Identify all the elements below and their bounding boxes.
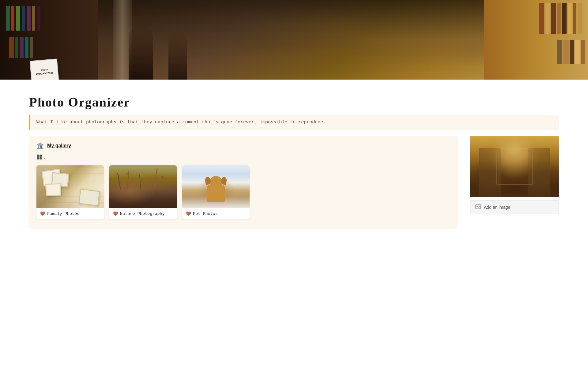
gallery-header: 🏛️ My gallery (36, 142, 450, 149)
family-photos-text: Family Photos (47, 212, 79, 216)
sidebar-image-section: Add an image (470, 136, 559, 214)
svg-rect-3 (40, 157, 42, 159)
header-banner: Photo ORGANIZER 🌿 (0, 0, 588, 80)
page-title: Photo Organizer (29, 95, 559, 110)
family-photos-bg (36, 165, 104, 208)
logo-book: Photo ORGANIZER (30, 58, 59, 80)
pet-photos-image (182, 165, 250, 208)
image-placeholder-icon (475, 204, 481, 210)
gallery-card-pets[interactable]: 🤎 Pet Photos (182, 165, 250, 219)
content-row: 🏛️ My gallery . (0, 136, 588, 229)
page-quote: What I like about photographs is that th… (29, 115, 559, 130)
title-section: Photo Organizer What I like about photog… (0, 86, 588, 136)
sidebar-main-image (470, 136, 559, 197)
pet-photos-text: Pet Photos (193, 212, 218, 216)
view-dot: . (44, 154, 45, 160)
pet-heart-icon: 🤎 (186, 211, 191, 216)
gallery-title[interactable]: My gallery (47, 143, 71, 148)
nature-photography-label: 🤎 Nature Photography (109, 208, 177, 219)
svg-rect-1 (40, 155, 42, 157)
family-photos-label: 🤎 Family Photos (36, 208, 104, 219)
gallery-grid: 🤎 Family Photos (36, 165, 450, 219)
nature-heart-icon: 🤎 (113, 211, 118, 216)
pet-photos-bg (182, 165, 250, 208)
svg-rect-0 (37, 155, 39, 157)
nature-photography-bg (109, 165, 177, 208)
main-content: Photo Organizer What I like about photog… (0, 80, 588, 241)
nature-photography-text: Nature Photography (120, 212, 165, 216)
family-photos-image (36, 165, 104, 208)
nature-photography-image (109, 165, 177, 208)
gallery-card-nature[interactable]: 🤎 Nature Photography (109, 165, 177, 219)
svg-rect-2 (37, 157, 39, 159)
logo-title-line2: ORGANIZER (36, 71, 53, 76)
add-image-label: Add an image (484, 205, 510, 210)
shelf-center-decoration (98, 0, 484, 80)
grid-view-icon[interactable] (36, 154, 42, 160)
gallery-icon: 🏛️ (36, 142, 44, 149)
gallery-section: 🏛️ My gallery . (29, 136, 458, 229)
view-toggle: . (36, 154, 450, 160)
add-image-button[interactable]: Add an image (470, 200, 559, 214)
logo-container: Photo ORGANIZER 🌿 (31, 60, 58, 80)
family-heart-icon: 🤎 (40, 211, 45, 216)
pet-photos-label: 🤎 Pet Photos (182, 208, 250, 219)
library-hall-image (470, 136, 559, 197)
shelf-right-decoration (484, 0, 588, 80)
gallery-card-family[interactable]: 🤎 Family Photos (36, 165, 104, 219)
